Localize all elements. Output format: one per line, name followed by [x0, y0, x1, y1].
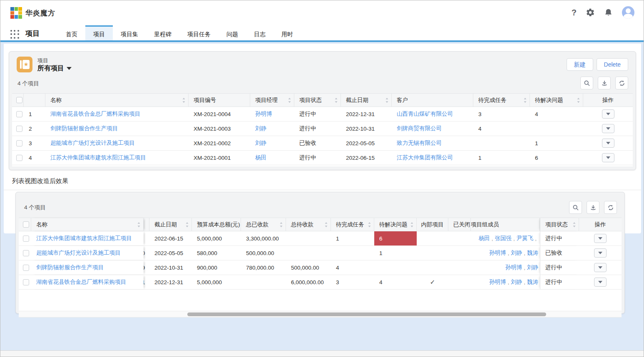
view-selector[interactable]: 所有项目: [37, 64, 72, 73]
row-checkbox[interactable]: [23, 250, 29, 256]
table-row: 2 剑牌防辐射服合作生产项目 XM-2021-0003 刘静 进行中 2022-…: [12, 121, 633, 136]
tab-project-tasks[interactable]: 项目任务: [179, 25, 219, 40]
col-name[interactable]: 名称: [45, 94, 189, 107]
col-budget[interactable]: 预算成本总额(元): [192, 218, 241, 231]
row-checkbox[interactable]: [23, 279, 29, 285]
members-cell: 杨田,张国强,尹翼飞,: [471, 231, 540, 245]
col-issues[interactable]: 待解决问题: [530, 94, 583, 107]
row-checkbox[interactable]: [23, 236, 29, 242]
col-code[interactable]: 项目编号: [189, 94, 250, 107]
col-manager[interactable]: 项目经理: [250, 94, 294, 107]
row-actions-dropdown[interactable]: [602, 109, 614, 119]
chevron-down-icon: [67, 67, 72, 70]
sort-icon: [410, 222, 414, 228]
download-icon: [590, 204, 597, 211]
row-checkbox[interactable]: [16, 126, 22, 132]
member-link[interactable]: 尹翼飞: [517, 235, 534, 242]
col-due-date[interactable]: 截止日期: [341, 94, 392, 107]
member-link[interactable]: 孙明博: [505, 264, 522, 271]
member-link[interactable]: 张国强: [495, 235, 512, 242]
gear-icon[interactable]: [586, 8, 595, 17]
brand-name: 华炎魔方: [25, 8, 55, 18]
tab-projects[interactable]: 项目: [85, 25, 113, 40]
col-tasks[interactable]: 待完成任务: [473, 94, 530, 107]
delete-button[interactable]: Delete: [597, 58, 628, 71]
user-avatar[interactable]: [622, 6, 634, 19]
new-button[interactable]: 新建: [567, 58, 593, 71]
col-members[interactable]: 项目组成员: [471, 218, 540, 231]
member-link[interactable]: 刘静: [527, 264, 538, 271]
col-status[interactable]: 项目状态: [540, 218, 579, 231]
row-actions-dropdown[interactable]: [594, 278, 607, 287]
refresh-button[interactable]: [615, 77, 628, 89]
help-icon[interactable]: ?: [572, 6, 577, 19]
select-all-checkbox[interactable]: [16, 97, 22, 103]
row-actions-dropdown[interactable]: [602, 124, 614, 133]
project-link[interactable]: 剑牌防辐射服合作生产项目: [50, 125, 118, 132]
member-link[interactable]: 孙明博: [489, 249, 506, 257]
customer-link[interactable]: 江苏大仲集团有限公司: [397, 154, 453, 161]
member-link[interactable]: 杨田: [479, 235, 490, 242]
project-link[interactable]: 江苏大仲集团城市建筑水阳江施工项目: [36, 235, 132, 242]
search-button[interactable]: [569, 201, 582, 214]
row-actions-dropdown[interactable]: [594, 248, 607, 258]
tab-time[interactable]: 用时: [274, 25, 301, 40]
table-row: 超能城市广场灯光设计及施工项目 0 2022-05-05 580,000 500…: [19, 246, 622, 260]
project-link[interactable]: 湖南省花县铁合金总厂燃料采购项目: [36, 278, 126, 286]
manager-link[interactable]: 刘静: [255, 139, 266, 147]
customer-link[interactable]: 致力无锡有限公司: [397, 139, 442, 147]
export-button[interactable]: [598, 77, 611, 89]
internal-check: ✓: [417, 275, 448, 289]
row-actions-dropdown[interactable]: [602, 139, 614, 148]
col-tasks[interactable]: 待完成任务: [331, 218, 374, 231]
tab-logs[interactable]: 日志: [246, 25, 274, 40]
col-received[interactable]: 总已收款: [241, 218, 286, 231]
customer-link[interactable]: 剑牌商贸有限公司: [397, 125, 442, 132]
col-internal[interactable]: 内部项目: [417, 218, 448, 231]
row-checkbox[interactable]: [16, 111, 22, 117]
tab-home[interactable]: 首页: [58, 25, 85, 40]
project-link[interactable]: 江苏大仲集团城市建筑水阳江施工项目: [50, 154, 146, 161]
scrollbar-thumb[interactable]: [187, 312, 546, 316]
manager-link[interactable]: 孙明博: [255, 110, 272, 118]
project-link[interactable]: 超能城市广场灯光设计及施工项目: [36, 249, 121, 257]
col-issues[interactable]: 待解决问题: [374, 218, 417, 231]
export-button[interactable]: [587, 201, 599, 214]
col-name[interactable]: 名称: [31, 218, 144, 231]
row-actions-dropdown[interactable]: [594, 263, 607, 272]
tab-project-sets[interactable]: 项目集: [113, 25, 146, 40]
project-table: 名称 项目编号 项目经理 项目状态 截止日期 客户 待完成任务 待解决问题 操作…: [12, 93, 633, 166]
project-link[interactable]: 超能城市广场灯光设计及施工项目: [50, 139, 135, 147]
manager-link[interactable]: 刘静: [255, 125, 266, 132]
col-due-date[interactable]: 截止日期: [149, 218, 192, 231]
sort-icon: [523, 97, 527, 103]
member-link[interactable]: 魏涛: [527, 278, 538, 286]
horizontal-scrollbar[interactable]: [19, 311, 622, 317]
customer-link[interactable]: 山西青山煤矿有限公司: [397, 110, 453, 118]
row-checkbox[interactable]: [16, 140, 22, 146]
tab-milestones[interactable]: 里程碑: [146, 25, 179, 40]
notifications-bell-icon[interactable]: [604, 8, 613, 17]
member-link[interactable]: 刘静: [511, 278, 522, 286]
col-status[interactable]: 项目状态: [294, 94, 341, 107]
col-closed[interactable]: 已关闭: [448, 218, 471, 231]
member-link[interactable]: 刘静: [511, 249, 522, 257]
project-link[interactable]: 剑牌防辐射服合作生产项目: [36, 264, 104, 271]
select-all-checkbox[interactable]: [23, 221, 29, 228]
search-button[interactable]: [580, 77, 593, 89]
members-cell: 孙明博,刘静,魏涛: [471, 275, 540, 289]
row-checkbox[interactable]: [23, 265, 29, 271]
member-link[interactable]: 魏涛: [527, 249, 538, 257]
manager-link[interactable]: 杨田: [255, 154, 266, 161]
row-actions-dropdown[interactable]: [594, 234, 607, 243]
table-row: 剑牌防辐射服合作生产项目 9 2022-10-31 900,000 780,00…: [19, 260, 622, 275]
row-actions-dropdown[interactable]: [602, 153, 614, 162]
col-customer[interactable]: 客户: [392, 94, 473, 107]
tab-issues[interactable]: 问题: [219, 25, 246, 40]
member-link[interactable]: 孙明博: [489, 278, 506, 286]
project-link[interactable]: 湖南省花县铁合金总厂燃料采购项目: [50, 110, 140, 118]
refresh-button[interactable]: [604, 201, 617, 214]
app-launcher-icon[interactable]: [10, 30, 20, 39]
row-checkbox[interactable]: [16, 155, 22, 161]
col-pending[interactable]: 总待收款: [286, 218, 331, 231]
